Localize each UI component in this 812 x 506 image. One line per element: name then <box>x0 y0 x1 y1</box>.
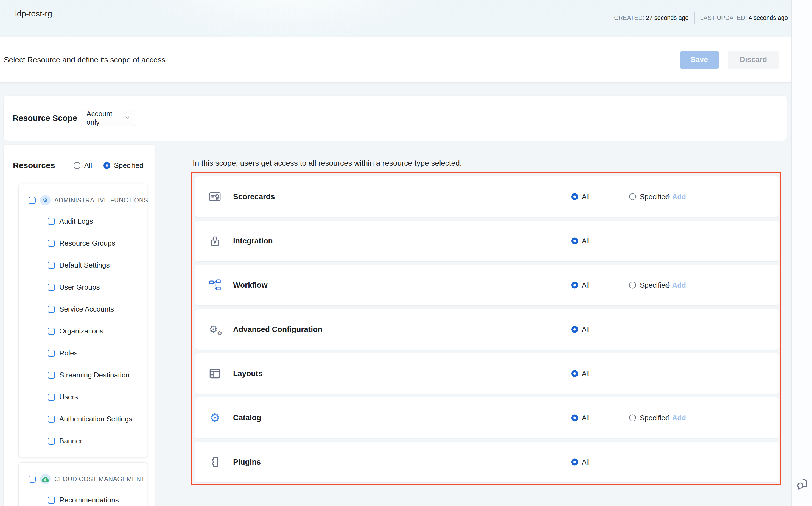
resource-group-checkbox[interactable] <box>28 476 36 483</box>
resource-scope-selected: Account only <box>87 110 124 126</box>
resource-item-label: Audit Logs <box>59 217 93 226</box>
resource-item: User Groups <box>48 283 100 291</box>
resource-scope-dropdown[interactable]: Account only <box>81 110 135 126</box>
resource-item-label: Users <box>59 393 78 401</box>
specified-radio-label: Specified <box>640 192 669 201</box>
page-header: idp-test-rg CREATED: 27 seconds ago LAST… <box>0 0 791 37</box>
resource-item-checkbox[interactable] <box>48 497 55 504</box>
specified-radio-label: Specified <box>640 281 669 289</box>
puzzle-icon <box>208 455 221 469</box>
resource-type-row: ⚙⚙Advanced ConfigurationAll <box>195 309 779 350</box>
resources-header: Resources All Specified <box>13 161 143 170</box>
all-radio[interactable] <box>571 415 578 421</box>
layout-icon <box>208 367 221 380</box>
toolbar: Select Resource and define its scope of … <box>0 37 791 82</box>
resources-specified-label: Specified <box>114 161 143 170</box>
resource-type-label: Integration <box>233 237 273 245</box>
resource-type-row: ⚙CatalogAllSpecified+ Add <box>195 398 779 438</box>
all-radio-label: All <box>582 369 590 378</box>
resource-item-label: User Groups <box>59 283 100 291</box>
scorecard-icon <box>208 190 221 203</box>
add-link[interactable]: + Add <box>666 192 686 201</box>
resource-item-label: Service Accounts <box>59 305 114 314</box>
resource-type-row: LayoutsAll <box>195 353 779 394</box>
resource-type-row: ScorecardsAllSpecified+ Add <box>195 176 779 217</box>
chevron-down-icon <box>124 114 130 122</box>
gear-blue-icon: ⚙ <box>208 411 221 424</box>
cloud-dollar-icon: $ <box>40 474 50 484</box>
resources-all-label: All <box>84 161 92 170</box>
resource-item-checkbox[interactable] <box>48 350 55 357</box>
all-radio-label: All <box>582 237 590 245</box>
meta-divider <box>694 11 695 24</box>
resource-item-label: Resource Groups <box>59 239 115 248</box>
resource-item-checkbox[interactable] <box>48 416 55 423</box>
all-radio[interactable] <box>571 193 578 200</box>
updated-meta: LAST UPDATED: 4 seconds ago <box>700 14 788 21</box>
workflow-icon <box>208 278 221 292</box>
all-radio[interactable] <box>571 326 578 333</box>
resource-item-checkbox[interactable] <box>48 394 55 401</box>
resources-all-radio[interactable] <box>74 162 81 169</box>
add-link[interactable]: + Add <box>666 414 686 422</box>
resource-item-checkbox[interactable] <box>48 218 55 225</box>
app-window: idp-test-rg CREATED: 27 seconds ago LAST… <box>0 0 792 506</box>
resource-item-checkbox[interactable] <box>48 372 55 379</box>
resource-item-label: Default Settings <box>59 261 110 269</box>
resource-group-header: $CLOUD COST MANAGEMENT <box>28 474 145 484</box>
all-radio[interactable] <box>571 282 578 289</box>
specified-radio-label: Specified <box>640 414 669 422</box>
resource-item-label: Roles <box>59 349 77 357</box>
all-radio[interactable] <box>571 238 578 245</box>
resource-item: Organizations <box>48 327 103 335</box>
resource-item: Authentication Settings <box>48 415 132 423</box>
specified-radio[interactable] <box>629 282 636 289</box>
resource-item-label: Banner <box>59 437 82 445</box>
resource-group-header: ⚙ADMINISTRATIVE FUNCTIONS <box>28 195 148 205</box>
discard-button[interactable]: Discard <box>728 51 779 69</box>
resource-type-row: IntegrationAll <box>195 221 779 261</box>
header-meta: CREATED: 27 seconds ago LAST UPDATED: 4 … <box>614 11 788 24</box>
resource-item-checkbox[interactable] <box>48 240 55 247</box>
add-link[interactable]: + Add <box>666 281 686 289</box>
chat-help-icon[interactable] <box>796 476 810 491</box>
resource-group-card: $CLOUD COST MANAGEMENTRecommendations <box>18 462 147 506</box>
resource-item-label: Organizations <box>59 327 103 335</box>
resource-item: Resource Groups <box>48 239 115 248</box>
created-meta: CREATED: 27 seconds ago <box>614 14 689 21</box>
resource-group-card: ⚙ADMINISTRATIVE FUNCTIONSAudit LogsResou… <box>18 183 147 457</box>
resource-types-container: ScorecardsAllSpecified+ AddIntegrationAl… <box>191 172 781 485</box>
resource-type-label: Workflow <box>233 281 267 289</box>
resource-type-label: Layouts <box>233 369 263 378</box>
resource-group-checkbox[interactable] <box>28 197 36 204</box>
resource-scope-card: Resource Scope Account only <box>4 96 787 141</box>
resource-item: Audit Logs <box>48 217 93 226</box>
specified-radio[interactable] <box>629 193 636 200</box>
resource-item-checkbox[interactable] <box>48 284 55 291</box>
resource-item: Streaming Destination <box>48 371 129 380</box>
all-radio[interactable] <box>571 459 578 466</box>
resource-item-label: Streaming Destination <box>59 371 129 380</box>
all-radio-label: All <box>582 458 590 467</box>
resource-type-label: Catalog <box>233 413 261 422</box>
all-radio-label: All <box>582 281 590 289</box>
specified-radio[interactable] <box>629 415 636 421</box>
resources-specified-radio[interactable] <box>103 162 110 169</box>
gears-icon: ⚙⚙ <box>208 323 221 336</box>
all-radio-label: All <box>582 192 590 201</box>
resource-item-checkbox[interactable] <box>48 262 55 269</box>
resource-item-checkbox[interactable] <box>48 306 55 313</box>
save-button[interactable]: Save <box>680 51 719 69</box>
resource-item: Banner <box>48 437 82 445</box>
resource-item-checkbox[interactable] <box>48 438 55 445</box>
resource-item: Users <box>48 393 78 401</box>
resource-item: Service Accounts <box>48 305 114 314</box>
resource-type-row: WorkflowAllSpecified+ Add <box>195 265 779 306</box>
lock-icon <box>208 234 221 248</box>
resource-item-checkbox[interactable] <box>48 328 55 335</box>
resource-group-label: CLOUD COST MANAGEMENT <box>55 476 145 483</box>
gear-icon: ⚙ <box>40 195 50 205</box>
toolbar-subtitle: Select Resource and define its scope of … <box>4 56 168 64</box>
resource-item-label: Recommendations <box>59 496 119 504</box>
all-radio[interactable] <box>571 370 578 377</box>
